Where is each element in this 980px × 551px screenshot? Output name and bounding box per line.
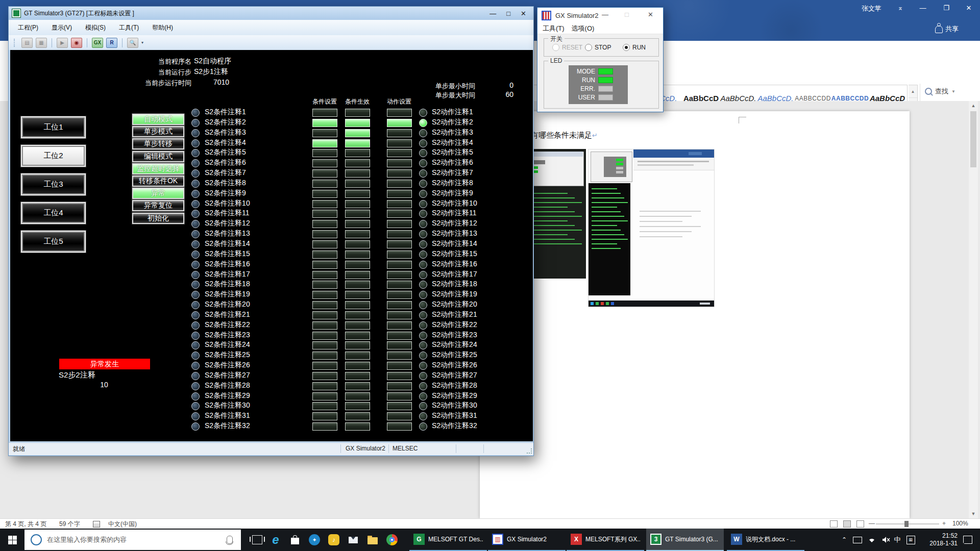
embedded-screenshot-right[interactable] [588, 149, 715, 307]
gx-close-button[interactable]: ✕ [648, 11, 653, 18]
gt-menu-帮助(H)[interactable]: 帮助(H) [152, 23, 173, 32]
proofing-icon[interactable] [93, 521, 100, 528]
action-led [419, 271, 427, 279]
gt-close-button[interactable]: ✕ [521, 10, 526, 17]
station-button[interactable]: 工位2 [21, 145, 86, 167]
security-app-icon[interactable]: ✦ [308, 534, 321, 546]
taskbar-app-word[interactable]: W说明文档.docx - ... [727, 529, 804, 551]
zoom-out-button[interactable]: — [869, 520, 875, 527]
condition-valid-indicator [345, 332, 370, 340]
scroll-up-icon[interactable]: ▲ [969, 101, 978, 108]
condition-label: S2条件注释28 [205, 382, 250, 389]
station-button[interactable]: 工位5 [21, 231, 86, 253]
gt-menu-模拟(S)[interactable]: 模拟(S) [85, 23, 106, 32]
store-icon[interactable] [289, 534, 301, 546]
ime-language-indicator[interactable]: 中 [892, 529, 902, 551]
led-name: RUN [569, 77, 595, 84]
edge-icon[interactable]: e [270, 534, 282, 546]
taskbar-search-box[interactable]: 在这里输入你要搜索的内容 [24, 530, 241, 550]
start-simulation-icon[interactable]: ▶ [57, 38, 68, 48]
gt-maximize-button[interactable]: □ [506, 10, 510, 17]
task-view-button[interactable] [252, 535, 262, 544]
condition-set-indicator [312, 301, 337, 309]
ribbon-display-options-button[interactable]: ⌅ [889, 0, 912, 15]
document-text-line[interactable]: 有哪些条件未满足↵ [531, 131, 598, 140]
taskbar-clock[interactable]: 21:52 2018-1-31 [919, 529, 958, 551]
gt-designer-icon[interactable]: R [106, 38, 117, 48]
web-layout-icon[interactable] [856, 520, 864, 528]
stop-simulation-icon[interactable]: ◉ [71, 38, 82, 48]
gt-menu-工程(P)[interactable]: 工程(P) [18, 23, 38, 32]
word-count[interactable]: 59 个字 [59, 520, 80, 529]
resize-grip[interactable] [527, 448, 532, 454]
word-close-button[interactable]: ✕ [958, 0, 980, 15]
gt-title-bar[interactable]: GT Simulator3 (GT27) [工程标题未设置 ] — □ ✕ [9, 7, 533, 20]
station-button[interactable]: 工位1 [21, 116, 86, 138]
taskbar-app-gt-sim[interactable]: 3GT Simulator3 (G... [646, 529, 724, 551]
volume-muted-icon[interactable] [880, 529, 892, 551]
gt-minimize-button[interactable]: — [489, 10, 496, 17]
file-explorer-icon[interactable] [366, 534, 379, 546]
mode-button[interactable]: 编辑模式 [132, 151, 184, 162]
tray-chevron-icon[interactable]: ⌃ [838, 529, 850, 551]
taskbar-app-gx-sim[interactable]: ▥GX Simulator2 [488, 529, 566, 551]
print-layout-icon[interactable] [843, 520, 851, 528]
word-restore-button[interactable]: ❐ [935, 0, 958, 15]
ime-mode-icon[interactable]: ⊞ [904, 529, 917, 551]
page-indicator[interactable]: 第 4 页, 共 4 页 [5, 520, 46, 529]
hmi-screen[interactable]: 当前程序名S2自动程序当前运行步S2步1注释当前步运行时间7010 单步最小时间… [10, 50, 533, 441]
taskbar-app-gt-designer[interactable]: GMELSOFT GT Des... [409, 529, 487, 551]
gx-menu-工具(T)[interactable]: 工具(T) [543, 24, 565, 33]
mode-button[interactable]: 初始化 [132, 213, 184, 224]
gx-menu-选项(O)[interactable]: 选项(O) [572, 24, 595, 33]
zoom-slider-thumb[interactable] [904, 521, 909, 527]
save-project-icon[interactable]: ▦ [36, 38, 47, 48]
device-monitor-icon[interactable]: 🔍 [127, 38, 138, 48]
station-button[interactable]: 工位4 [21, 202, 86, 224]
gallery-scroll-up-icon[interactable]: ▲ [909, 85, 917, 98]
mode-button[interactable]: 单步模式 [132, 126, 184, 137]
radio-stop[interactable]: STOP [585, 44, 611, 51]
mode-button[interactable]: 异常复位 [132, 200, 184, 211]
zoom-level[interactable]: 100% [952, 520, 968, 527]
gx-title-bar[interactable]: GX Simulator2 — □ ✕ [537, 8, 663, 23]
scroll-down-icon[interactable]: ▼ [969, 511, 978, 516]
taskbar-app-gx-works[interactable]: XMELSOFT系列 GX... [567, 529, 644, 551]
condition-led [191, 412, 200, 420]
scrollbar-thumb[interactable] [970, 111, 976, 167]
find-button[interactable]: 查找 ▼ [925, 87, 955, 96]
condition-valid-indicator [345, 169, 370, 178]
read-mode-icon[interactable] [830, 520, 838, 528]
zoom-in-button[interactable]: + [942, 520, 946, 527]
share-button[interactable]: 共享 [935, 24, 959, 34]
language-indicator[interactable]: 中文(中国) [108, 520, 137, 529]
station-button[interactable]: 工位3 [21, 173, 86, 195]
action-center-icon[interactable] [961, 529, 975, 551]
open-project-icon[interactable]: ▤ [21, 38, 33, 48]
microphone-icon[interactable] [227, 536, 233, 544]
mode-button[interactable]: 自动模式 [132, 114, 184, 125]
mode-button[interactable]: 单步转移 [132, 138, 184, 149]
gx-minimize-button[interactable]: — [602, 11, 608, 18]
condition-set-indicator [312, 190, 337, 198]
wifi-icon[interactable] [866, 529, 878, 551]
condition-label: S2条件注释26 [205, 361, 250, 369]
word-minimize-button[interactable]: — [912, 0, 934, 15]
mode-button[interactable]: 监控超时选择 [132, 163, 184, 174]
condition-led [191, 129, 200, 137]
mode-button[interactable]: 转移条件OK [132, 176, 184, 187]
mail-icon[interactable] [347, 534, 359, 546]
radio-run[interactable]: RUN [623, 44, 646, 51]
gt-menu-显示(V)[interactable]: 显示(V) [52, 23, 72, 32]
start-button[interactable] [0, 529, 24, 551]
gt-menu-工具(T)[interactable]: 工具(T) [119, 23, 139, 32]
music-app-icon[interactable]: ♪ [328, 534, 340, 546]
gx-monitor-icon[interactable]: GX [92, 38, 103, 48]
display-tray-icon[interactable] [851, 529, 864, 551]
chrome-icon[interactable] [386, 534, 398, 546]
toolbar-more-icon[interactable]: ▾ [141, 40, 143, 45]
document-scrollbar[interactable]: ▲ ▼ [969, 101, 978, 518]
mode-button[interactable]: 异常 [132, 188, 184, 199]
word-icon: W [731, 534, 742, 545]
radio-label: RUN [632, 44, 646, 51]
